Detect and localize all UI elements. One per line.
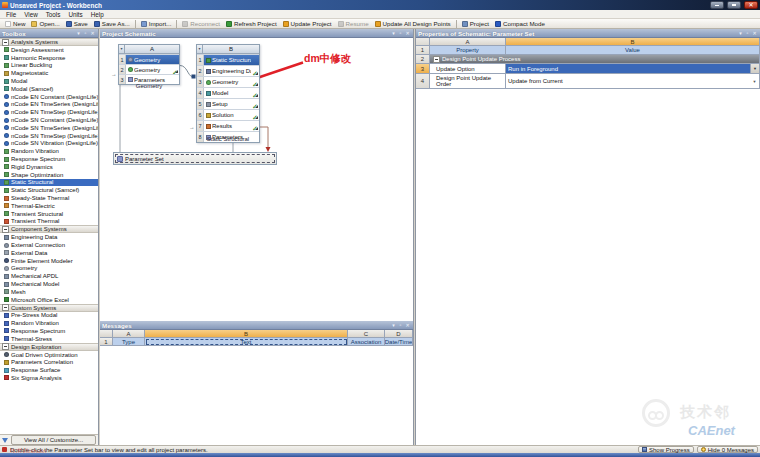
cell-b5-setup[interactable]: 5Setup: [197, 98, 259, 109]
dropdown-arrow-icon[interactable]: [751, 74, 758, 88]
messages-col-label-text[interactable]: Text: [145, 338, 348, 346]
column-a-header[interactable]: A: [430, 38, 506, 46]
minimize-button[interactable]: [710, 1, 724, 9]
toolbox-item-response-spectrum[interactable]: Response Spectrum: [0, 155, 98, 163]
messages-col-label-association[interactable]: Association: [348, 338, 385, 346]
save-button[interactable]: Save: [63, 20, 91, 28]
collapse-icon[interactable]: [433, 56, 440, 63]
toolbox-item-mechanical-model[interactable]: Mechanical Model: [0, 280, 98, 288]
cell-b6-solution[interactable]: 6Solution: [197, 109, 259, 120]
update-all-design-points-button[interactable]: Update All Design Points: [372, 20, 454, 28]
toolbox-section-design-exploration[interactable]: Design Exploration: [0, 343, 98, 351]
menu-file[interactable]: File: [2, 10, 20, 19]
save-as-button[interactable]: Save As...: [91, 20, 133, 28]
toolbox-item-ncode-sn-vibration-designlife[interactable]: nCode SN Vibration (DesignLife): [0, 140, 98, 148]
menu-units[interactable]: Units: [64, 10, 86, 19]
toolbox-item-modal[interactable]: Modal: [0, 77, 98, 85]
pin-icon[interactable]: [744, 29, 751, 37]
close-icon[interactable]: [404, 29, 411, 37]
toolbox-item-rigid-dynamics[interactable]: Rigid Dynamics: [0, 163, 98, 171]
import-button[interactable]: Import...: [138, 20, 175, 28]
parameter-set-bar[interactable]: Parameter Set: [113, 152, 277, 165]
context-corner-icon[interactable]: [175, 70, 178, 73]
dropdown-arrow-icon[interactable]: [750, 64, 759, 73]
chevron-down-icon[interactable]: [390, 321, 397, 329]
update-project-button[interactable]: Update Project: [280, 20, 335, 28]
cell-b1-static-structural[interactable]: 1Static Structural: [197, 54, 259, 65]
property-value-dropdown[interactable]: Run in Foreground: [506, 64, 760, 74]
toolbox-item-harmonic-response[interactable]: Harmonic Response: [0, 54, 98, 62]
view-all-customize-button[interactable]: View All / Customize...: [11, 435, 96, 445]
toolbox-item-parameters-correlation[interactable]: Parameters Correlation: [0, 358, 98, 366]
toolbox-section-analysis-systems[interactable]: Analysis Systems: [0, 38, 98, 46]
filter-funnel-icon[interactable]: [2, 438, 8, 443]
toolbox-item-thermal-stress[interactable]: Thermal-Stress: [0, 335, 98, 343]
toolbox-item-ncode-en-timeseries-designlife[interactable]: nCode EN TimeSeries (DesignLife): [0, 101, 98, 109]
toolbox-item-thermal-electric[interactable]: Thermal-Electric: [0, 202, 98, 210]
cell-b2-engineering-data[interactable]: 2Engineering Data: [197, 65, 259, 76]
toolbox-item-finite-element-modeler[interactable]: Finite Element Modeler: [0, 257, 98, 265]
toolbox-item-static-structural[interactable]: Static Structural: [0, 179, 98, 187]
collapse-icon[interactable]: [2, 343, 9, 350]
toolbox-item-steady-state-thermal[interactable]: Steady-State Thermal: [0, 194, 98, 202]
toolbox-item-external-data[interactable]: External Data: [0, 249, 98, 257]
collapse-icon[interactable]: [2, 304, 9, 311]
project-button[interactable]: Project: [459, 20, 492, 28]
toolbox-item-modal-samcef[interactable]: Modal (Samcef): [0, 85, 98, 93]
toolbox-item-engineering-data[interactable]: Engineering Data: [0, 233, 98, 241]
toolbox-item-response-surface[interactable]: Response Surface: [0, 366, 98, 374]
toolbox-item-external-connection[interactable]: External Connection: [0, 241, 98, 249]
toolbox-item-ncode-sn-constant-designlife[interactable]: nCode SN Constant (DesignLife): [0, 116, 98, 124]
toolbox-item-ncode-sn-timestep-designlife[interactable]: nCode SN TimeStep (DesignLife): [0, 132, 98, 140]
new-button[interactable]: New: [2, 20, 28, 28]
maximize-button[interactable]: [727, 1, 741, 9]
toolbox-item-transient-structural[interactable]: Transient Structural: [0, 210, 98, 218]
collapse-icon[interactable]: [2, 39, 9, 46]
pin-icon[interactable]: [397, 321, 404, 329]
toolbox-item-linear-buckling[interactable]: Linear Buckling: [0, 62, 98, 70]
cell-a2-geometry[interactable]: 2Geometry: [119, 64, 179, 74]
collapse-icon[interactable]: [2, 226, 9, 233]
chevron-down-icon[interactable]: [75, 29, 82, 37]
cell-b3-geometry[interactable]: 3Geometry: [197, 76, 259, 87]
reconnect-button[interactable]: Reconnect: [179, 20, 223, 28]
toolbox-item-static-structural-samcef[interactable]: Static Structural (Samcef): [0, 186, 98, 194]
close-icon[interactable]: [89, 29, 96, 37]
messages-col-label-type[interactable]: Type: [113, 338, 145, 346]
toolbox-item-ncode-en-constant-designlife[interactable]: nCode EN Constant (DesignLife): [0, 93, 98, 101]
toolbox-item-design-assessment[interactable]: Design Assessment: [0, 46, 98, 54]
pin-icon[interactable]: [82, 29, 89, 37]
column-a-header[interactable]: A: [113, 330, 145, 338]
column-b-header[interactable]: B: [145, 330, 348, 338]
cell-b7-results[interactable]: 7Results: [197, 120, 259, 131]
toolbox-section-custom-systems[interactable]: Custom Systems: [0, 304, 98, 312]
column-b-header[interactable]: B: [506, 38, 760, 46]
hide-messages-button[interactable]: Hide 0 Messages: [697, 446, 758, 453]
toolbox-item-ncode-en-timestep-designlife[interactable]: nCode EN TimeStep (DesignLife): [0, 108, 98, 116]
toolbox-item-magnetostatic[interactable]: Magnetostatic: [0, 69, 98, 77]
menu-view[interactable]: View: [20, 10, 42, 19]
messages-col-label-date-time[interactable]: Date/Time: [385, 338, 413, 346]
group-header-cell[interactable]: Design Point Update Process: [430, 55, 760, 64]
toolbox-item-mechanical-apdl[interactable]: Mechanical APDL: [0, 272, 98, 280]
property-value-dropdown[interactable]: Update from Current: [506, 74, 760, 89]
column-c-header[interactable]: C: [348, 330, 385, 338]
toolbox-item-shape-optimization[interactable]: Shape Optimization: [0, 171, 98, 179]
cell-b4-model[interactable]: 4Model: [197, 87, 259, 98]
close-icon[interactable]: [404, 321, 411, 329]
compact-mode-button[interactable]: Compact Mode: [492, 20, 548, 28]
menu-tools[interactable]: Tools: [42, 10, 65, 19]
refresh-project-button[interactable]: Refresh Project: [223, 20, 280, 28]
menu-help[interactable]: Help: [87, 10, 108, 19]
toolbox-item-microsoft-office-excel[interactable]: Microsoft Office Excel: [0, 296, 98, 304]
toolbox-item-mesh[interactable]: Mesh: [0, 288, 98, 296]
toolbox-item-goal-driven-optimization[interactable]: Goal Driven Optimization: [0, 351, 98, 359]
toolbox-item-random-vibration[interactable]: Random Vibration: [0, 147, 98, 155]
context-corner-icon[interactable]: [255, 127, 258, 130]
chevron-down-icon[interactable]: [390, 29, 397, 37]
show-progress-button[interactable]: Show Progress: [638, 446, 694, 453]
resume-button[interactable]: Resume: [335, 20, 372, 28]
open-button[interactable]: Open...: [28, 20, 62, 28]
toolbox-item-geometry[interactable]: Geometry: [0, 265, 98, 273]
toolbox-item-ncode-sn-timeseries-designlife[interactable]: nCode SN TimeSeries (DesignLife): [0, 124, 98, 132]
